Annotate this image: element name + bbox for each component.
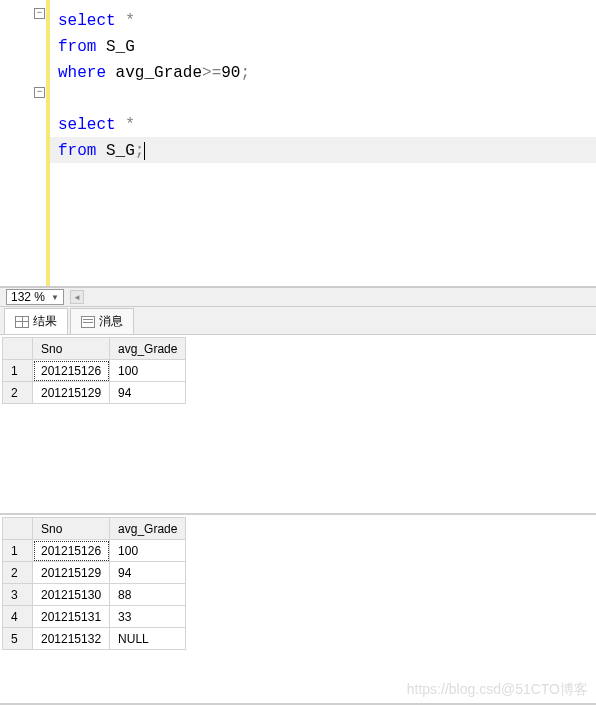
result-grid-2: Sno avg_Grade 1 201215126 100 2 20121512… bbox=[0, 515, 596, 705]
keyword: select bbox=[58, 116, 116, 134]
code-line: from S_G bbox=[54, 34, 592, 60]
row-number: 5 bbox=[3, 628, 33, 650]
cell[interactable]: 100 bbox=[110, 540, 186, 562]
cell[interactable]: 94 bbox=[110, 562, 186, 584]
result-table-1[interactable]: Sno avg_Grade 1 201215126 100 2 20121512… bbox=[2, 337, 186, 404]
row-number: 3 bbox=[3, 584, 33, 606]
code-area[interactable]: select * from S_G where avg_Grade>=90; s… bbox=[50, 0, 596, 286]
header-row: Sno avg_Grade bbox=[3, 518, 186, 540]
code-line bbox=[54, 86, 592, 112]
result-table-2[interactable]: Sno avg_Grade 1 201215126 100 2 20121512… bbox=[2, 517, 186, 650]
identifier: S_G bbox=[96, 38, 134, 56]
cell[interactable]: 88 bbox=[110, 584, 186, 606]
table-row[interactable]: 1 201215126 100 bbox=[3, 540, 186, 562]
number: 90 bbox=[221, 64, 240, 82]
operator: * bbox=[116, 12, 135, 30]
rownum-header bbox=[3, 338, 33, 360]
grid-icon bbox=[15, 316, 29, 328]
watermark: https://blog.csd@51CTO博客 bbox=[407, 681, 588, 699]
horizontal-scroll-left[interactable]: ◄ bbox=[70, 290, 84, 304]
cell[interactable]: 100 bbox=[110, 360, 186, 382]
cell[interactable]: 201215126 bbox=[33, 360, 110, 382]
keyword: where bbox=[58, 64, 106, 82]
rownum-header bbox=[3, 518, 33, 540]
fold-toggle-2[interactable]: − bbox=[34, 87, 45, 98]
row-number: 2 bbox=[3, 562, 33, 584]
zoom-bar: 132 % ▼ ◄ bbox=[0, 287, 596, 307]
header-row: Sno avg_Grade bbox=[3, 338, 186, 360]
messages-icon bbox=[81, 316, 95, 328]
tab-label: 消息 bbox=[99, 313, 123, 330]
fold-toggle-1[interactable]: − bbox=[34, 8, 45, 19]
cell-null[interactable]: NULL bbox=[110, 628, 186, 650]
sql-editor-pane: − − select * from S_G where avg_Grade>=9… bbox=[0, 0, 596, 287]
identifier: avg_Grade bbox=[106, 64, 202, 82]
cell[interactable]: 201215129 bbox=[33, 382, 110, 404]
table-row[interactable]: 2 201215129 94 bbox=[3, 382, 186, 404]
row-number: 1 bbox=[3, 540, 33, 562]
cell[interactable]: 201215132 bbox=[33, 628, 110, 650]
cell[interactable]: 201215129 bbox=[33, 562, 110, 584]
keyword: select bbox=[58, 12, 116, 30]
zoom-level: 132 % bbox=[11, 290, 45, 304]
gutter-margin bbox=[0, 0, 20, 286]
table-row[interactable]: 2 201215129 94 bbox=[3, 562, 186, 584]
identifier: S_G bbox=[96, 142, 134, 160]
row-number: 2 bbox=[3, 382, 33, 404]
col-header[interactable]: Sno bbox=[33, 518, 110, 540]
semicolon: ; bbox=[240, 64, 250, 82]
results-area: Sno avg_Grade 1 201215126 100 2 20121512… bbox=[0, 335, 596, 705]
row-number: 4 bbox=[3, 606, 33, 628]
cell[interactable]: 94 bbox=[110, 382, 186, 404]
code-line: from S_G; bbox=[54, 138, 592, 164]
operator: * bbox=[116, 116, 135, 134]
chevron-down-icon: ▼ bbox=[51, 293, 59, 302]
cell[interactable]: 201215130 bbox=[33, 584, 110, 606]
table-row[interactable]: 1 201215126 100 bbox=[3, 360, 186, 382]
table-row[interactable]: 4 201215131 33 bbox=[3, 606, 186, 628]
row-number: 1 bbox=[3, 360, 33, 382]
col-header[interactable]: avg_Grade bbox=[110, 338, 186, 360]
code-line: where avg_Grade>=90; bbox=[54, 60, 592, 86]
code-line: select * bbox=[54, 112, 592, 138]
result-grid-1: Sno avg_Grade 1 201215126 100 2 20121512… bbox=[0, 335, 596, 515]
keyword: from bbox=[58, 142, 96, 160]
text-caret bbox=[144, 142, 145, 160]
tab-messages[interactable]: 消息 bbox=[70, 308, 134, 334]
fold-gutter: − − bbox=[20, 0, 50, 286]
table-row[interactable]: 3 201215130 88 bbox=[3, 584, 186, 606]
code-line: select * bbox=[54, 8, 592, 34]
operator: >= bbox=[202, 64, 221, 82]
col-header[interactable]: Sno bbox=[33, 338, 110, 360]
keyword: from bbox=[58, 38, 96, 56]
semicolon: ; bbox=[135, 142, 145, 160]
tab-results[interactable]: 结果 bbox=[4, 308, 68, 334]
cell[interactable]: 201215131 bbox=[33, 606, 110, 628]
table-row[interactable]: 5 201215132 NULL bbox=[3, 628, 186, 650]
col-header[interactable]: avg_Grade bbox=[110, 518, 186, 540]
results-tab-bar: 结果 消息 bbox=[0, 307, 596, 335]
tab-label: 结果 bbox=[33, 313, 57, 330]
zoom-dropdown[interactable]: 132 % ▼ bbox=[6, 289, 64, 305]
cell[interactable]: 201215126 bbox=[33, 540, 110, 562]
cell[interactable]: 33 bbox=[110, 606, 186, 628]
